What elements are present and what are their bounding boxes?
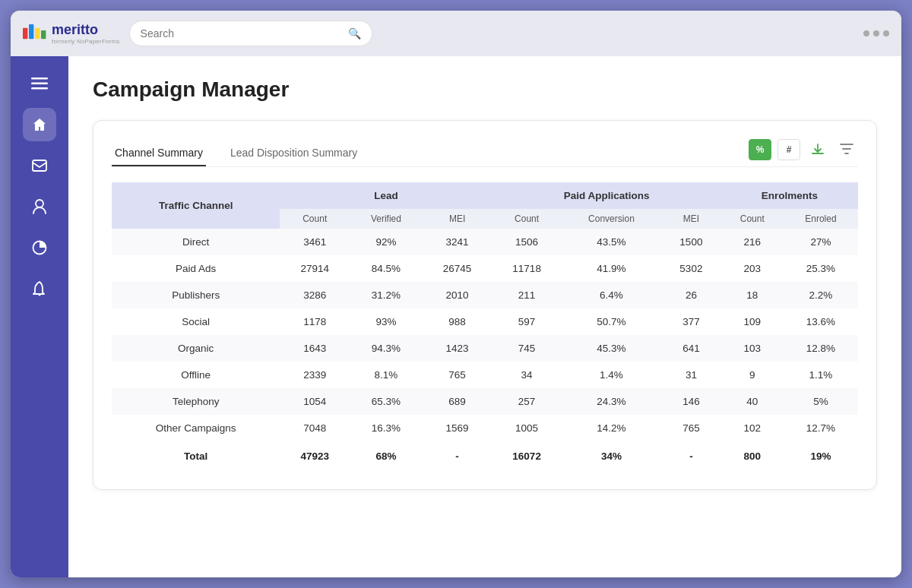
enrol-enroled-cell: 2.2% — [784, 282, 858, 308]
table-row: Social 1178 93% 988 597 50.7% 377 109 13… — [112, 308, 858, 335]
paid-conversion-cell: 45.3% — [562, 335, 661, 362]
enrol-count-cell: 102 — [721, 415, 784, 441]
paid-mei-cell: 26 — [661, 282, 721, 308]
total-lead-verified: 68% — [350, 441, 423, 471]
browser-window: meritto formerly NoPaperForms 🔍 — [11, 11, 901, 577]
search-bar[interactable]: 🔍 — [129, 21, 372, 46]
subheader-paid-count: Count — [492, 209, 562, 229]
svg-rect-7 — [33, 160, 46, 171]
lead-count-cell: 3461 — [280, 229, 350, 255]
enrol-enroled-cell: 13.6% — [784, 308, 858, 335]
paid-conversion-cell: 41.9% — [562, 255, 661, 282]
lead-count-cell: 1054 — [280, 388, 350, 415]
enrol-enroled-cell: 27% — [784, 229, 858, 255]
subheader-paid-conversion: Conversion — [562, 209, 661, 229]
lead-mei-cell: 2010 — [423, 282, 492, 308]
svg-rect-2 — [35, 28, 40, 39]
lead-verified-cell: 94.3% — [350, 335, 423, 362]
dot-1 — [863, 30, 869, 36]
enrol-enroled-cell: 12.8% — [784, 335, 858, 362]
tab-channel-summary[interactable]: Channel Summary — [112, 141, 206, 166]
campaign-card: Channel Summary Lead Disposition Summary… — [93, 120, 877, 490]
subheader-lead-verified: Verified — [350, 209, 423, 229]
paid-mei-cell: 377 — [661, 308, 721, 335]
paid-conversion-cell: 43.5% — [562, 229, 661, 255]
paid-applications-group-header: Paid Applications — [492, 182, 720, 209]
page-title: Campaign Manager — [93, 77, 877, 102]
paid-conversion-cell: 1.4% — [562, 362, 661, 388]
lead-mei-cell: 689 — [423, 388, 492, 415]
subheader-lead-count: Count — [280, 209, 350, 229]
sidebar-item-profile[interactable] — [23, 190, 56, 223]
tab-lead-disposition[interactable]: Lead Disposition Summary — [227, 141, 360, 166]
channel-summary-table: Traffic Channel Lead Paid Applications E… — [112, 182, 858, 471]
channel-name-cell: Organic — [112, 335, 280, 362]
enrol-enroled-cell: 12.7% — [784, 415, 858, 441]
filter-button[interactable] — [835, 139, 858, 160]
paid-count-cell: 745 — [492, 335, 562, 362]
enrol-count-cell: 203 — [721, 255, 784, 282]
logo: meritto formerly NoPaperForms — [23, 22, 120, 45]
percent-toggle-button[interactable]: % — [749, 139, 771, 160]
enrol-count-cell: 109 — [721, 308, 784, 335]
search-input[interactable] — [141, 27, 342, 40]
sidebar-item-home[interactable] — [23, 108, 56, 141]
svg-rect-5 — [31, 83, 48, 85]
browser-topbar: meritto formerly NoPaperForms 🔍 — [11, 11, 901, 56]
enrol-count-cell: 18 — [721, 282, 784, 308]
paid-conversion-cell: 24.3% — [562, 388, 661, 415]
enrol-count-cell: 40 — [721, 388, 784, 415]
card-toolbar: % # — [749, 139, 858, 166]
total-paid-conversion: 34% — [562, 441, 661, 471]
hash-toggle-button[interactable]: # — [777, 139, 800, 160]
lead-count-cell: 27914 — [280, 255, 350, 282]
lead-verified-cell: 84.5% — [350, 255, 423, 282]
table-row: Offline 2339 8.1% 765 34 1.4% 31 9 1.1% — [112, 362, 858, 388]
card-tabs: Channel Summary Lead Disposition Summary… — [112, 139, 858, 167]
enrol-count-cell: 216 — [721, 229, 784, 255]
channel-name-cell: Publishers — [112, 282, 280, 308]
channel-name-cell: Direct — [112, 229, 280, 255]
svg-point-8 — [36, 200, 43, 207]
subheader-lead-mei: MEI — [423, 209, 492, 229]
dot-2 — [873, 30, 879, 36]
paid-count-cell: 257 — [492, 388, 562, 415]
enrol-enroled-cell: 1.1% — [784, 362, 858, 388]
lead-count-cell: 3286 — [280, 282, 350, 308]
paid-conversion-cell: 6.4% — [562, 282, 661, 308]
lead-verified-cell: 93% — [350, 308, 423, 335]
total-enrol-count: 800 — [721, 441, 784, 471]
sidebar-item-alerts[interactable] — [23, 272, 56, 305]
sidebar-item-analytics[interactable] — [23, 231, 56, 264]
table-row: Organic 1643 94.3% 1423 745 45.3% 641 10… — [112, 335, 858, 362]
logo-name: meritto — [52, 22, 120, 38]
enrol-enroled-cell: 25.3% — [784, 255, 858, 282]
table-row: Publishers 3286 31.2% 2010 211 6.4% 26 1… — [112, 282, 858, 308]
lead-mei-cell: 1569 — [423, 415, 492, 441]
subheader-paid-mei: MEI — [661, 209, 721, 229]
download-button[interactable] — [806, 139, 829, 160]
logo-text-block: meritto formerly NoPaperForms — [52, 22, 120, 45]
enrol-count-cell: 9 — [721, 362, 784, 388]
channel-name-cell: Other Campaigns — [112, 415, 280, 441]
enrol-enroled-cell: 5% — [784, 388, 858, 415]
lead-mei-cell: 26745 — [423, 255, 492, 282]
enrol-count-cell: 103 — [721, 335, 784, 362]
table-row: Other Campaigns 7048 16.3% 1569 1005 14.… — [112, 415, 858, 441]
lead-count-cell: 7048 — [280, 415, 350, 441]
app-body: Campaign Manager Channel Summary Lead Di… — [11, 56, 901, 577]
search-icon: 🔍 — [348, 27, 361, 40]
total-lead-count: 47923 — [280, 441, 350, 471]
total-paid-count: 16072 — [492, 441, 562, 471]
sidebar-item-menu[interactable] — [23, 67, 56, 100]
paid-conversion-cell: 50.7% — [562, 308, 661, 335]
sidebar-item-messages[interactable] — [23, 149, 56, 182]
lead-count-cell: 2339 — [280, 362, 350, 388]
svg-rect-4 — [31, 77, 48, 80]
lead-verified-cell: 31.2% — [350, 282, 423, 308]
channel-name-cell: Paid Ads — [112, 255, 280, 282]
table-row: Paid Ads 27914 84.5% 26745 11718 41.9% 5… — [112, 255, 858, 282]
paid-count-cell: 34 — [492, 362, 562, 388]
paid-count-cell: 211 — [492, 282, 562, 308]
table-row: Direct 3461 92% 3241 1506 43.5% 1500 216… — [112, 229, 858, 255]
